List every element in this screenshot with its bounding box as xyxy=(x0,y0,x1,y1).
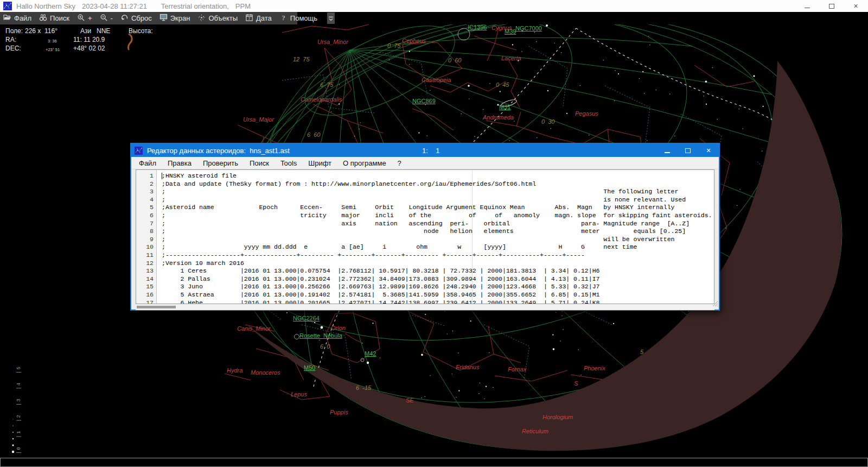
code-line[interactable]: ; node helion elements meter equals [0..… xyxy=(162,228,714,236)
editor-maximize-button[interactable] xyxy=(678,144,698,157)
editor-minimize-button[interactable] xyxy=(657,144,678,157)
asteroid-editor-window: Редактор данных астероидов: hns_ast1.ast… xyxy=(130,143,720,311)
toolbar-item-Поиск[interactable]: Поиск xyxy=(39,14,69,23)
titlebar-mode: PPM xyxy=(235,2,251,10)
text-caret xyxy=(162,173,162,179)
toolbar-item-Помощь[interactable]: ?Помощь xyxy=(279,14,317,23)
scrollbar-thumb[interactable] xyxy=(137,306,176,308)
azimuth-label: Ази xyxy=(80,27,91,35)
code-line[interactable]: ; The following letter xyxy=(162,188,714,196)
main-toolbar: ФайлПоиск+-Сбро­сЭкранОбъекты7Дата?Помощ… xyxy=(0,12,868,24)
code-lines[interactable]: ;HNSKY asteroid file;Data and update (Th… xyxy=(157,170,714,304)
code-line[interactable]: 3 Juno |2016 01 13.000|0.256266 |2.66976… xyxy=(162,283,714,291)
code-line[interactable]: 5 Astraea |2016 01 13.000|0.191402 |2.57… xyxy=(162,291,714,299)
editor-icon xyxy=(135,147,143,155)
editor-menu-item-Проверить[interactable]: Проверить xyxy=(203,159,238,167)
dec-label: DEC: xyxy=(5,45,21,52)
line-number-gutter: 1234567891011121314151617 xyxy=(136,170,157,304)
code-line[interactable]: ; tricity major incli of the of of anomo… xyxy=(162,212,714,220)
editor-menu-item-Tools[interactable]: Tools xyxy=(280,159,297,167)
app-icon xyxy=(3,2,12,10)
main-titlebar: Hallo Northern Sky 2023-04-28 11:27:21 T… xyxy=(0,0,868,12)
minimize-button[interactable] xyxy=(795,0,819,12)
titlebar-datetime: 2023-04-28 11:27:21 xyxy=(82,2,147,10)
azimuth-value: NNE xyxy=(97,27,110,35)
editor-menu-item-О программе[interactable]: О программе xyxy=(343,159,386,167)
ra-label: RA: xyxy=(5,36,16,43)
magnitude-scale-dots xyxy=(12,419,14,453)
field-value: 226 x 116° xyxy=(25,27,58,35)
app-title: Hallo Northern Sky xyxy=(16,2,75,10)
code-line[interactable]: 2 Pallas |2016 01 13.000|0.231024 |2.772… xyxy=(162,275,714,283)
editor-menubar: ФайлПравкаПроверитьПоискToolsШрифтО прог… xyxy=(131,157,719,169)
status-bar xyxy=(0,458,868,467)
field-label: Поле: xyxy=(5,27,23,35)
maximize-button[interactable] xyxy=(819,0,844,12)
ra-value: 11: 11 20.9 xyxy=(73,36,105,43)
toolbar-item-Сбро­с[interactable]: Сбро­с xyxy=(120,14,152,23)
toolbar-item-Объекты[interactable]: Объекты xyxy=(197,14,238,23)
editor-menu-item-Шрифт[interactable]: Шрифт xyxy=(308,159,331,167)
horizontal-scrollbar[interactable] xyxy=(136,304,714,310)
undo-icon xyxy=(120,14,129,23)
editor-menu-item-Поиск[interactable]: Поиск xyxy=(250,159,269,167)
code-line[interactable]: 1 Ceres |2016 01 13.000|0.075754 |2.7681… xyxy=(162,267,714,275)
dec-value: +48° 02 02 xyxy=(73,45,105,52)
editor-text-area[interactable]: 1234567891011121314151617 ;HNSKY asteroi… xyxy=(136,169,714,304)
code-line[interactable]: ;HNSKY asteroid file xyxy=(162,172,714,180)
code-line[interactable]: ; axis nation ascending peri- orbital pa… xyxy=(162,220,714,228)
editor-menu-item-Правка[interactable]: Правка xyxy=(168,159,192,167)
objects-icon xyxy=(197,14,206,23)
toolbar-item--[interactable]: - xyxy=(100,14,113,23)
open-folder-icon xyxy=(3,14,11,23)
zoom-in-icon xyxy=(77,14,85,23)
pointer-squiggle xyxy=(125,33,138,52)
toolbar-item-Файл[interactable]: Файл xyxy=(3,14,31,23)
editor-cursor-position: 1: 1 xyxy=(422,147,440,155)
magnitude-scale: |0 |1 |2 |3 |4 |5 xyxy=(16,365,22,454)
code-line[interactable]: ; yyyy mm dd.ddd e a [ae] i ohm w [yyyy]… xyxy=(162,243,714,251)
code-line[interactable]: 6 Hebe |2016 01 13.000|0.201665 |2.42707… xyxy=(162,299,714,304)
code-line[interactable]: ;Version 10 march 2016 xyxy=(162,260,714,268)
zoom-out-icon xyxy=(100,14,108,23)
chevron-down-icon xyxy=(327,15,335,22)
code-line[interactable]: ; will be overwritten xyxy=(162,236,714,244)
toolbar-overflow-button[interactable] xyxy=(327,12,335,24)
code-line[interactable]: ;Data and update (TheSky format) from : … xyxy=(162,180,714,188)
monitor-icon xyxy=(159,14,168,23)
toolbar-items: ФайлПоиск+-Сбро­сЭкранОбъекты7Дата?Помощ… xyxy=(3,14,317,23)
calendar-icon: 7 xyxy=(245,14,253,23)
info-panel: Поле: 226 x 116° Ази NNE Высота: RA: 3: … xyxy=(0,24,217,62)
titlebar-orientation: Terrestrial orientation, xyxy=(161,2,229,10)
code-line[interactable]: ; is none relevant. Used xyxy=(162,196,714,204)
code-line[interactable]: ;Asteroid name Epoch Eccen- Semi Orbit L… xyxy=(162,204,714,212)
binoculars-icon xyxy=(39,14,47,23)
svg-text:?: ? xyxy=(282,14,285,22)
editor-title: Редактор данных астероидов: hns_ast1.ast xyxy=(147,147,290,155)
svg-text:7: 7 xyxy=(248,16,251,20)
code-line[interactable]: ;--------------------+--------------+---… xyxy=(162,251,714,260)
toolbar-item-Дата[interactable]: 7Дата xyxy=(245,14,272,23)
close-button[interactable]: × xyxy=(844,0,868,12)
editor-menu-item-Файл[interactable]: Файл xyxy=(139,159,156,167)
dec-small-value: +23° 51 xyxy=(46,47,60,52)
editor-titlebar[interactable]: Редактор данных астероидов: hns_ast1.ast… xyxy=(131,144,719,157)
toolbar-item-+[interactable]: + xyxy=(77,14,92,23)
toolbar-item-Экран[interactable]: Экран xyxy=(159,14,190,23)
help-icon: ? xyxy=(279,14,288,23)
editor-menu-item-?[interactable]: ? xyxy=(398,159,401,167)
ra-small-value: 3: 36 xyxy=(48,39,57,43)
editor-close-button[interactable]: × xyxy=(698,144,719,157)
